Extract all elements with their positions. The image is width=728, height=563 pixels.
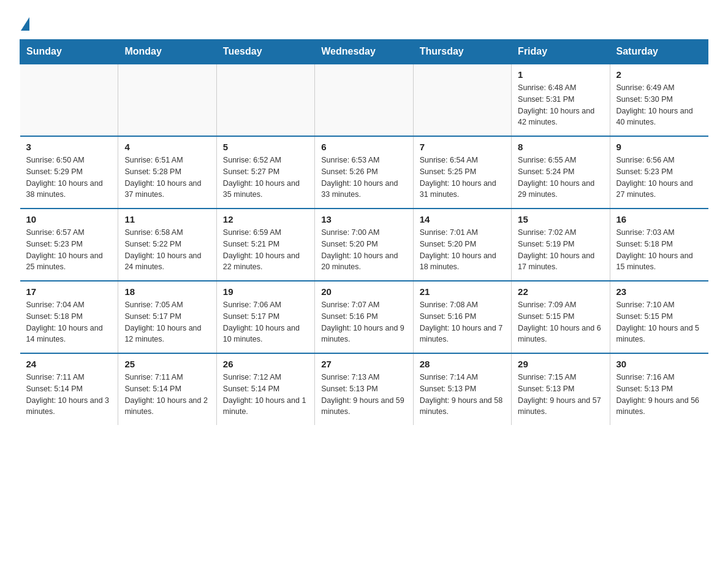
calendar-cell: 12Sunrise: 6:59 AMSunset: 5:21 PMDayligh… <box>216 209 314 281</box>
day-number: 20 <box>321 286 406 297</box>
calendar-cell: 6Sunrise: 6:53 AMSunset: 5:26 PMDaylight… <box>315 136 413 209</box>
day-info: Sunrise: 7:15 AMSunset: 5:13 PMDaylight:… <box>518 372 603 418</box>
day-number: 9 <box>616 142 702 152</box>
calendar-cell: 8Sunrise: 6:55 AMSunset: 5:24 PMDaylight… <box>512 136 610 209</box>
calendar-cell: 13Sunrise: 7:00 AMSunset: 5:20 PMDayligh… <box>315 209 413 281</box>
day-info: Sunrise: 7:00 AMSunset: 5:20 PMDaylight:… <box>321 227 406 273</box>
day-number: 29 <box>518 359 603 369</box>
day-info: Sunrise: 7:13 AMSunset: 5:13 PMDaylight:… <box>321 372 406 418</box>
calendar-cell: 18Sunrise: 7:05 AMSunset: 5:17 PMDayligh… <box>118 281 216 353</box>
calendar-cell: 26Sunrise: 7:12 AMSunset: 5:14 PMDayligh… <box>216 353 314 425</box>
column-header-friday: Friday <box>512 40 610 64</box>
day-number: 21 <box>420 286 505 297</box>
calendar-cell: 11Sunrise: 6:58 AMSunset: 5:22 PMDayligh… <box>118 209 216 281</box>
day-info: Sunrise: 7:07 AMSunset: 5:16 PMDaylight:… <box>321 299 406 345</box>
day-info: Sunrise: 7:01 AMSunset: 5:20 PMDaylight:… <box>420 227 505 273</box>
calendar-cell: 19Sunrise: 7:06 AMSunset: 5:17 PMDayligh… <box>216 281 314 353</box>
day-info: Sunrise: 6:51 AMSunset: 5:28 PMDaylight:… <box>124 155 210 201</box>
day-number: 27 <box>321 359 406 369</box>
day-info: Sunrise: 6:55 AMSunset: 5:24 PMDaylight:… <box>518 155 603 201</box>
calendar-cell: 30Sunrise: 7:16 AMSunset: 5:13 PMDayligh… <box>610 353 708 425</box>
calendar-cell: 5Sunrise: 6:52 AMSunset: 5:27 PMDaylight… <box>216 136 314 209</box>
column-header-thursday: Thursday <box>413 40 511 64</box>
calendar-cell <box>315 64 413 136</box>
day-number: 26 <box>223 359 308 369</box>
logo <box>20 15 29 28</box>
column-header-saturday: Saturday <box>610 40 708 64</box>
calendar-cell: 15Sunrise: 7:02 AMSunset: 5:19 PMDayligh… <box>512 209 610 281</box>
day-info: Sunrise: 7:05 AMSunset: 5:17 PMDaylight:… <box>124 299 210 345</box>
column-header-tuesday: Tuesday <box>216 40 314 64</box>
calendar-week-row: 24Sunrise: 7:11 AMSunset: 5:14 PMDayligh… <box>20 353 708 425</box>
calendar-cell: 16Sunrise: 7:03 AMSunset: 5:18 PMDayligh… <box>610 209 708 281</box>
day-number: 16 <box>616 214 702 224</box>
day-number: 1 <box>518 69 603 80</box>
day-number: 15 <box>518 214 603 224</box>
day-info: Sunrise: 7:11 AMSunset: 5:14 PMDaylight:… <box>124 372 210 418</box>
day-info: Sunrise: 7:03 AMSunset: 5:18 PMDaylight:… <box>616 227 702 273</box>
calendar-cell: 14Sunrise: 7:01 AMSunset: 5:20 PMDayligh… <box>413 209 511 281</box>
calendar-table: SundayMondayTuesdayWednesdayThursdayFrid… <box>20 39 708 425</box>
day-number: 13 <box>321 214 406 224</box>
day-number: 18 <box>124 286 210 297</box>
day-info: Sunrise: 7:16 AMSunset: 5:13 PMDaylight:… <box>616 372 702 418</box>
calendar-cell <box>118 64 216 136</box>
day-info: Sunrise: 6:53 AMSunset: 5:26 PMDaylight:… <box>321 155 406 201</box>
day-number: 19 <box>223 286 308 297</box>
calendar-cell: 29Sunrise: 7:15 AMSunset: 5:13 PMDayligh… <box>512 353 610 425</box>
day-number: 11 <box>124 214 210 224</box>
day-info: Sunrise: 7:06 AMSunset: 5:17 PMDaylight:… <box>223 299 308 345</box>
day-number: 5 <box>223 142 308 152</box>
calendar-cell: 7Sunrise: 6:54 AMSunset: 5:25 PMDaylight… <box>413 136 511 209</box>
day-info: Sunrise: 7:08 AMSunset: 5:16 PMDaylight:… <box>420 299 505 345</box>
calendar-cell: 22Sunrise: 7:09 AMSunset: 5:15 PMDayligh… <box>512 281 610 353</box>
day-info: Sunrise: 6:50 AMSunset: 5:29 PMDaylight:… <box>26 155 112 201</box>
logo-triangle-icon <box>21 17 29 31</box>
day-number: 23 <box>616 286 702 297</box>
calendar-cell: 25Sunrise: 7:11 AMSunset: 5:14 PMDayligh… <box>118 353 216 425</box>
calendar-week-row: 3Sunrise: 6:50 AMSunset: 5:29 PMDaylight… <box>20 136 708 209</box>
calendar-cell: 17Sunrise: 7:04 AMSunset: 5:18 PMDayligh… <box>20 281 118 353</box>
calendar-cell: 27Sunrise: 7:13 AMSunset: 5:13 PMDayligh… <box>315 353 413 425</box>
column-header-sunday: Sunday <box>20 40 118 64</box>
day-info: Sunrise: 6:49 AMSunset: 5:30 PMDaylight:… <box>616 82 702 128</box>
calendar-week-row: 1Sunrise: 6:48 AMSunset: 5:31 PMDaylight… <box>20 64 708 136</box>
day-info: Sunrise: 6:54 AMSunset: 5:25 PMDaylight:… <box>420 155 505 201</box>
day-info: Sunrise: 6:52 AMSunset: 5:27 PMDaylight:… <box>223 155 308 201</box>
calendar-cell: 3Sunrise: 6:50 AMSunset: 5:29 PMDaylight… <box>20 136 118 209</box>
calendar-cell: 21Sunrise: 7:08 AMSunset: 5:16 PMDayligh… <box>413 281 511 353</box>
calendar-cell <box>413 64 511 136</box>
page-header <box>20 15 708 28</box>
day-number: 12 <box>223 214 308 224</box>
calendar-cell: 24Sunrise: 7:11 AMSunset: 5:14 PMDayligh… <box>20 353 118 425</box>
day-info: Sunrise: 6:59 AMSunset: 5:21 PMDaylight:… <box>223 227 308 273</box>
day-info: Sunrise: 6:57 AMSunset: 5:23 PMDaylight:… <box>26 227 112 273</box>
day-number: 7 <box>420 142 505 152</box>
day-number: 30 <box>616 359 702 369</box>
day-info: Sunrise: 7:10 AMSunset: 5:15 PMDaylight:… <box>616 299 702 345</box>
calendar-week-row: 17Sunrise: 7:04 AMSunset: 5:18 PMDayligh… <box>20 281 708 353</box>
calendar-cell: 20Sunrise: 7:07 AMSunset: 5:16 PMDayligh… <box>315 281 413 353</box>
day-number: 28 <box>420 359 505 369</box>
calendar-cell <box>216 64 314 136</box>
calendar-cell: 28Sunrise: 7:14 AMSunset: 5:13 PMDayligh… <box>413 353 511 425</box>
column-header-monday: Monday <box>118 40 216 64</box>
calendar-cell: 10Sunrise: 6:57 AMSunset: 5:23 PMDayligh… <box>20 209 118 281</box>
day-number: 2 <box>616 69 702 80</box>
day-info: Sunrise: 6:48 AMSunset: 5:31 PMDaylight:… <box>518 82 603 128</box>
day-number: 22 <box>518 286 603 297</box>
day-info: Sunrise: 7:02 AMSunset: 5:19 PMDaylight:… <box>518 227 603 273</box>
day-info: Sunrise: 6:58 AMSunset: 5:22 PMDaylight:… <box>124 227 210 273</box>
calendar-cell: 9Sunrise: 6:56 AMSunset: 5:23 PMDaylight… <box>610 136 708 209</box>
day-number: 4 <box>124 142 210 152</box>
calendar-cell: 2Sunrise: 6:49 AMSunset: 5:30 PMDaylight… <box>610 64 708 136</box>
day-number: 24 <box>26 359 112 369</box>
day-info: Sunrise: 6:56 AMSunset: 5:23 PMDaylight:… <box>616 155 702 201</box>
day-info: Sunrise: 7:09 AMSunset: 5:15 PMDaylight:… <box>518 299 603 345</box>
day-number: 25 <box>124 359 210 369</box>
day-number: 3 <box>26 142 112 152</box>
day-number: 10 <box>26 214 112 224</box>
day-info: Sunrise: 7:11 AMSunset: 5:14 PMDaylight:… <box>26 372 112 418</box>
calendar-header-row: SundayMondayTuesdayWednesdayThursdayFrid… <box>20 40 708 64</box>
day-number: 17 <box>26 286 112 297</box>
